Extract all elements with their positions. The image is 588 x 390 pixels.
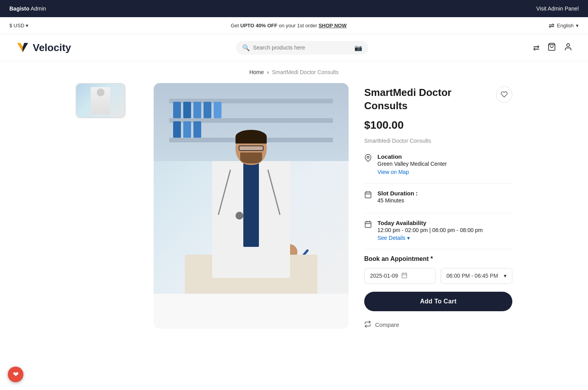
add-to-cart-button[interactable]: Add To Cart bbox=[364, 292, 512, 311]
visit-admin-link[interactable]: Visit Admin Panel bbox=[536, 5, 579, 12]
slot-content: Slot Duration : 45 Minutes bbox=[377, 190, 418, 205]
slot-duration-value: 45 Minutes bbox=[377, 197, 418, 204]
breadcrumb-current: SmartMedi Doctor Consults bbox=[272, 69, 338, 75]
compare-icon[interactable]: ⇄ bbox=[533, 43, 540, 52]
admin-brand: Bagisto Admin bbox=[9, 5, 46, 12]
breadcrumb-home[interactable]: Home bbox=[249, 69, 264, 75]
compare-arrows-icon bbox=[364, 321, 371, 329]
availability-info: Today Availability 12:00 pm - 02:00 pm |… bbox=[364, 220, 512, 241]
search-icon: 🔍 bbox=[242, 44, 250, 51]
slot-duration-info: Slot Duration : 45 Minutes bbox=[364, 190, 512, 205]
header: Velocity 🔍 📷 ⇄ bbox=[0, 34, 588, 61]
product-thumbnail-1[interactable] bbox=[76, 83, 126, 118]
search-input[interactable] bbox=[253, 44, 351, 51]
currency-label: $ USD bbox=[9, 23, 24, 28]
date-picker[interactable]: 2025-01-09 bbox=[364, 268, 436, 284]
divider-2 bbox=[364, 213, 512, 213]
currency-selector[interactable]: $ USD ▾ bbox=[9, 23, 28, 28]
location-info: Location Green Valley Medical Center Vie… bbox=[364, 153, 512, 176]
search-bar[interactable]: 🔍 📷 bbox=[236, 41, 368, 55]
admin-bar: Bagisto Admin Visit Admin Panel bbox=[0, 0, 588, 17]
product-price: $100.00 bbox=[364, 119, 512, 131]
wishlist-button[interactable] bbox=[496, 86, 512, 103]
date-value: 2025-01-09 bbox=[370, 273, 398, 279]
location-label: Location bbox=[377, 153, 447, 160]
availability-value: 12:00 pm - 02:00 pm | 06:00 pm - 08:00 p… bbox=[377, 227, 483, 233]
heart-icon bbox=[501, 91, 508, 98]
divider-1 bbox=[364, 183, 512, 184]
svg-rect-5 bbox=[365, 192, 371, 198]
location-value: Green Valley Medical Center bbox=[377, 161, 447, 167]
breadcrumb-separator: › bbox=[267, 69, 269, 75]
camera-icon[interactable]: 📷 bbox=[354, 44, 362, 51]
header-icons: ⇄ bbox=[533, 43, 572, 53]
product-subtitle: SmartMedi Doctor Consults bbox=[364, 138, 512, 144]
slot-duration-label: Slot Duration : bbox=[377, 190, 418, 197]
product-main-image bbox=[154, 83, 349, 329]
dropdown-chevron-icon: ▾ bbox=[504, 273, 507, 279]
compare-label: Compare bbox=[375, 321, 399, 328]
logo-text: Velocity bbox=[33, 42, 71, 54]
calendar-icon-2 bbox=[364, 220, 372, 230]
svg-rect-9 bbox=[365, 222, 371, 227]
svg-rect-13 bbox=[402, 273, 407, 278]
location-content: Location Green Valley Medical Center Vie… bbox=[377, 153, 447, 176]
availability-label: Today Availability bbox=[377, 220, 483, 226]
cart-icon[interactable] bbox=[547, 43, 556, 53]
time-slot-selector[interactable]: 06:00 PM - 06:45 PM ▾ bbox=[441, 268, 512, 284]
svg-marker-1 bbox=[23, 43, 28, 52]
language-chevron-icon: ▾ bbox=[576, 23, 579, 28]
product-details: SmartMedi Doctor Consults $100.00 SmartM… bbox=[364, 83, 512, 329]
user-icon[interactable] bbox=[564, 43, 572, 53]
promo-discount: UPTO 40% OFF bbox=[240, 23, 277, 28]
see-details-link[interactable]: See Details ▾ bbox=[377, 235, 483, 241]
language-selector[interactable]: ⇌ English ▾ bbox=[549, 21, 579, 30]
language-label: English bbox=[557, 23, 574, 28]
appointment-label: Book an Appointment * bbox=[364, 255, 512, 262]
currency-chevron-icon: ▾ bbox=[26, 23, 28, 28]
location-icon bbox=[364, 154, 372, 164]
product-thumbnails bbox=[76, 83, 138, 329]
divider-3 bbox=[364, 249, 512, 249]
view-map-link[interactable]: View on Map bbox=[377, 169, 409, 175]
logo-icon bbox=[16, 41, 30, 55]
logo[interactable]: Velocity bbox=[16, 41, 71, 55]
svg-point-3 bbox=[567, 43, 569, 46]
main-content: SmartMedi Doctor Consults $100.00 SmartM… bbox=[60, 83, 528, 352]
translate-icon: ⇌ bbox=[549, 21, 554, 30]
promo-text: Get UPTO 40% OFF on your 1st order SHOP … bbox=[28, 23, 549, 28]
availability-content: Today Availability 12:00 pm - 02:00 pm |… bbox=[377, 220, 483, 241]
promo-cta-link[interactable]: SHOP NOW bbox=[319, 23, 347, 28]
product-title: SmartMedi Doctor Consults bbox=[364, 86, 490, 113]
calendar-icon-1 bbox=[364, 191, 372, 200]
appointment-row: 2025-01-09 06:00 PM - 06:45 PM ▾ bbox=[364, 268, 512, 284]
breadcrumb: Home › SmartMedi Doctor Consults bbox=[0, 61, 588, 83]
time-slot-value: 06:00 PM - 06:45 PM bbox=[446, 273, 498, 279]
compare-row[interactable]: Compare bbox=[364, 321, 512, 329]
svg-point-4 bbox=[367, 156, 369, 158]
calendar-icon-3 bbox=[401, 272, 407, 280]
promo-bar: $ USD ▾ Get UPTO 40% OFF on your 1st ord… bbox=[0, 17, 588, 34]
product-title-row: SmartMedi Doctor Consults bbox=[364, 86, 512, 113]
chevron-down-icon: ▾ bbox=[407, 235, 410, 241]
